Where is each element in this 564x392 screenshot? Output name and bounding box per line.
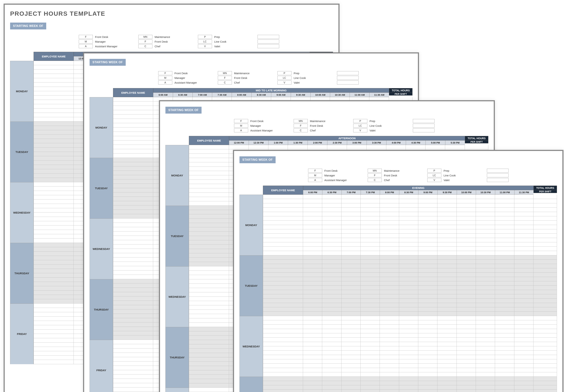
total-cell[interactable]	[534, 286, 557, 290]
schedule-row[interactable]	[263, 381, 557, 385]
schedule-row[interactable]	[263, 290, 557, 294]
time-cell[interactable]	[327, 145, 347, 149]
schedule-row[interactable]	[263, 234, 557, 238]
time-cell[interactable]	[303, 381, 322, 385]
time-cell[interactable]	[380, 225, 399, 229]
time-cell[interactable]	[457, 242, 476, 247]
employee-name-cell[interactable]	[34, 204, 74, 208]
time-cell[interactable]	[303, 195, 322, 199]
employee-name-cell[interactable]	[113, 340, 153, 344]
time-cell[interactable]	[361, 333, 380, 338]
time-cell[interactable]	[437, 268, 457, 273]
time-cell[interactable]	[361, 364, 380, 368]
employee-name-cell[interactable]	[263, 286, 303, 290]
time-cell[interactable]	[457, 351, 476, 355]
time-cell[interactable]	[495, 286, 514, 290]
employee-name-cell[interactable]	[263, 338, 303, 342]
employee-name-cell[interactable]	[34, 117, 74, 122]
time-cell[interactable]	[361, 195, 380, 199]
time-cell[interactable]	[322, 368, 341, 372]
employee-name-cell[interactable]	[34, 286, 74, 291]
employee-name-cell[interactable]	[113, 188, 153, 193]
employee-name-cell[interactable]	[263, 260, 303, 264]
time-cell[interactable]	[341, 208, 361, 212]
time-cell[interactable]	[361, 338, 380, 342]
total-cell[interactable]	[534, 312, 557, 316]
time-cell[interactable]	[476, 329, 495, 333]
employee-name-cell[interactable]	[113, 145, 153, 149]
employee-name-cell[interactable]	[34, 312, 74, 317]
time-cell[interactable]	[341, 286, 361, 290]
employee-name-cell[interactable]	[34, 165, 74, 169]
time-cell[interactable]	[380, 316, 399, 320]
time-cell[interactable]	[303, 251, 322, 255]
time-cell[interactable]	[406, 145, 425, 149]
time-cell[interactable]	[495, 368, 514, 372]
time-cell[interactable]	[322, 299, 341, 303]
time-cell[interactable]	[322, 381, 341, 385]
employee-name-cell[interactable]	[34, 217, 74, 221]
employee-name-cell[interactable]	[189, 188, 229, 193]
time-cell[interactable]	[380, 229, 399, 234]
time-cell[interactable]	[437, 364, 457, 368]
time-cell[interactable]	[341, 234, 361, 238]
time-cell[interactable]	[495, 312, 514, 316]
time-cell[interactable]	[399, 294, 418, 299]
time-cell[interactable]	[457, 234, 476, 238]
schedule-row[interactable]	[263, 333, 557, 338]
time-cell[interactable]	[303, 229, 322, 234]
time-cell[interactable]	[380, 346, 399, 351]
time-cell[interactable]	[268, 145, 288, 149]
employee-name-cell[interactable]	[113, 301, 153, 305]
employee-name-cell[interactable]	[34, 122, 74, 126]
time-cell[interactable]	[399, 255, 418, 260]
time-cell[interactable]	[399, 312, 418, 316]
employee-name-cell[interactable]	[34, 308, 74, 312]
employee-name-cell[interactable]	[113, 197, 153, 201]
schedule-row[interactable]	[263, 294, 557, 299]
employee-name-cell[interactable]	[189, 240, 229, 245]
employee-name-cell[interactable]	[189, 167, 229, 171]
employee-name-cell[interactable]	[189, 201, 229, 206]
employee-name-cell[interactable]	[34, 130, 74, 135]
time-cell[interactable]	[437, 316, 457, 320]
time-cell[interactable]	[361, 234, 380, 238]
time-cell[interactable]	[418, 329, 437, 333]
employee-name-cell[interactable]	[263, 281, 303, 286]
time-cell[interactable]	[399, 238, 418, 242]
time-cell[interactable]	[514, 247, 534, 251]
time-cell[interactable]	[495, 342, 514, 346]
employee-name-cell[interactable]	[263, 242, 303, 247]
time-cell[interactable]	[322, 277, 341, 281]
employee-name-cell[interactable]	[34, 148, 74, 152]
time-cell[interactable]	[495, 251, 514, 255]
employee-name-cell[interactable]	[34, 304, 74, 308]
time-cell[interactable]	[303, 333, 322, 338]
total-cell[interactable]	[534, 346, 557, 351]
time-cell[interactable]	[437, 359, 457, 364]
time-cell[interactable]	[380, 242, 399, 247]
time-cell[interactable]	[457, 368, 476, 372]
total-cell[interactable]	[534, 268, 557, 273]
time-cell[interactable]	[495, 268, 514, 273]
time-cell[interactable]	[322, 294, 341, 299]
employee-name-cell[interactable]	[263, 325, 303, 329]
time-cell[interactable]	[303, 377, 322, 381]
time-cell[interactable]	[341, 216, 361, 221]
employee-name-cell[interactable]	[113, 314, 153, 318]
time-cell[interactable]	[495, 203, 514, 208]
time-cell[interactable]	[399, 381, 418, 385]
schedule-row[interactable]	[263, 268, 557, 273]
employee-name-cell[interactable]	[189, 305, 229, 310]
time-cell[interactable]	[514, 372, 534, 377]
time-cell[interactable]	[380, 238, 399, 242]
employee-name-cell[interactable]	[189, 362, 229, 366]
time-cell[interactable]	[495, 212, 514, 216]
total-cell[interactable]	[534, 377, 557, 381]
employee-name-cell[interactable]	[113, 292, 153, 296]
employee-name-cell[interactable]	[189, 158, 229, 162]
time-cell[interactable]	[380, 260, 399, 264]
employee-name-cell[interactable]	[34, 74, 74, 78]
time-cell[interactable]	[495, 351, 514, 355]
time-cell[interactable]	[303, 216, 322, 221]
